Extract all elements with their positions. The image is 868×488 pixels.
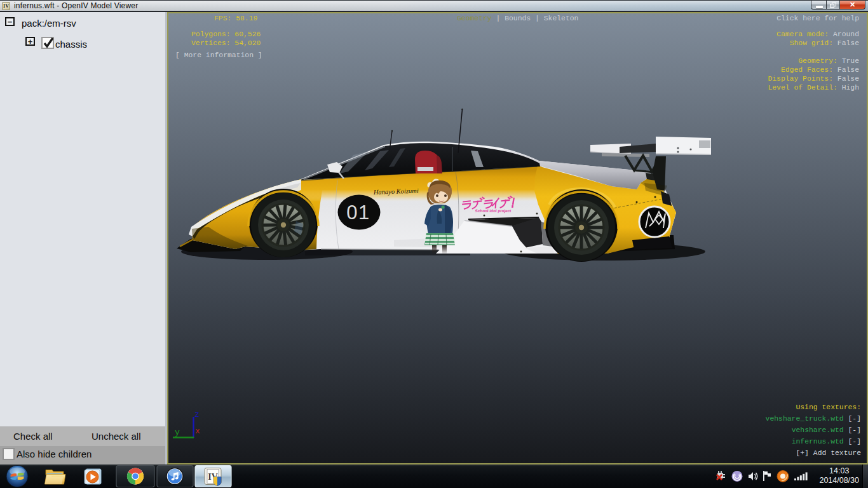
svg-text:School idol project: School idol project (475, 209, 512, 214)
svg-text:z: z (194, 410, 200, 419)
svg-text:y: y (175, 428, 180, 437)
svg-text:x: x (195, 426, 200, 436)
svg-text:01: 01 (346, 201, 370, 224)
